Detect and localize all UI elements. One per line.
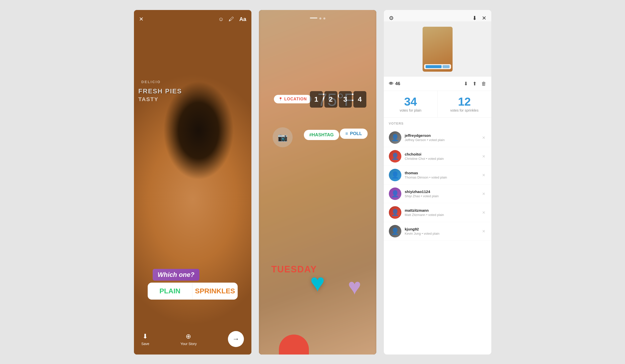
- eye-icon: 👁: [389, 81, 393, 86]
- voter-avatar-5: 👤: [389, 206, 401, 219]
- voter-detail-6: Kevin Jung • voted plain: [405, 232, 481, 235]
- voters-title: VOTERS: [384, 122, 491, 128]
- voter-detail-2: Christine Choi • voted plain: [405, 157, 481, 161]
- download-circle-icon[interactable]: ⬇: [472, 15, 477, 21]
- voter-username-6[interactable]: kjung92: [405, 227, 481, 231]
- voter-row-6: 👤 kjung92 Kevin Jung • voted plain ✕: [384, 222, 491, 241]
- voter-info-2: chchoitoi Christine Choi • voted plain: [405, 152, 481, 161]
- progress-dots: [310, 17, 325, 19]
- voter-info-6: kjung92 Kevin Jung • voted plain: [405, 227, 481, 235]
- views-number: 46: [395, 81, 400, 86]
- story-thumbnail[interactable]: [423, 27, 453, 72]
- vote-col-sprinkles: 12 votes for sprinkles: [438, 91, 491, 117]
- voter-avatar-6: 👤: [389, 225, 401, 237]
- timer-digit-2: 2: [324, 91, 337, 108]
- poll-question: Which one?: [153, 269, 199, 281]
- voter-username-4[interactable]: shiyizhao1124: [405, 189, 481, 194]
- location-pin-icon: 📍: [278, 97, 283, 101]
- hashtag-sticker[interactable]: #HASHTAG: [304, 130, 339, 140]
- avatar-silhouette-6: 👤: [389, 225, 401, 237]
- your-story-label: Your Story: [180, 342, 197, 346]
- voter-username-5[interactable]: mattzitzmann: [405, 208, 481, 212]
- voter-close-3[interactable]: ✕: [481, 172, 486, 179]
- close-insights-icon[interactable]: ✕: [482, 15, 486, 21]
- avatar-silhouette-4: 👤: [389, 187, 401, 200]
- camera-sticker-button[interactable]: 📷: [273, 127, 293, 147]
- download-action-icon[interactable]: ⬇: [464, 81, 468, 87]
- story-person-photo: [134, 10, 251, 355]
- voter-close-5[interactable]: ✕: [481, 209, 486, 216]
- dot-line: [310, 17, 317, 18]
- voter-row-1: 👤 jeffreydgerson Jeffrey Gerson • voted …: [384, 128, 491, 147]
- poll-option-sprinkles[interactable]: SPRINKLES: [192, 283, 237, 300]
- thumb-bar-sprinkles: [443, 65, 450, 68]
- voter-close-4[interactable]: ✕: [481, 190, 486, 197]
- voter-row-4: 👤 shiyizhao1124 Shiyi Zhao • voted plain…: [384, 184, 491, 203]
- save-label: Save: [141, 342, 149, 346]
- face-sticker-icon[interactable]: ☺: [218, 16, 224, 22]
- views-count: 👁 46: [389, 81, 400, 86]
- story-toolbar: ✕ ☺ 🖊 Aa: [134, 16, 251, 22]
- poll-option-plain[interactable]: PLAIN: [148, 283, 193, 300]
- settings-gear-icon[interactable]: ⚙: [389, 15, 394, 21]
- voter-username-3[interactable]: thomas: [405, 171, 481, 175]
- your-story-action[interactable]: ⊕ Your Story: [180, 333, 197, 346]
- timer-digit-4: 4: [353, 91, 366, 108]
- location-sticker[interactable]: 📍 LOCATION: [274, 95, 311, 103]
- location-sticker-text: LOCATION: [284, 97, 307, 101]
- timer-digit-1: 1: [310, 91, 323, 108]
- store-sign-delicio: DELICIO: [141, 80, 161, 84]
- thumb-inner: [423, 27, 453, 72]
- save-icon: ⬇: [142, 333, 148, 340]
- voter-close-6[interactable]: ✕: [481, 228, 486, 235]
- voter-info-5: mattzitzmann Matt Zitzmann • voted plain: [405, 208, 481, 217]
- voter-info-4: shiyizhao1124 Shiyi Zhao • voted plain: [405, 189, 481, 198]
- insights-header: ⚙ ⬇ ✕: [384, 10, 491, 22]
- vote-col-plain: 34 votes for plain: [384, 91, 438, 117]
- voter-row-3: 👤 thomas Thomas Dimson • voted plain ✕: [384, 166, 491, 184]
- cyan-heart-sticker[interactable]: ♥: [310, 268, 325, 297]
- voter-avatar-4: 👤: [389, 187, 401, 200]
- voter-avatar-3: 👤: [389, 169, 401, 181]
- header-action-icons: ⬇ ✕: [472, 15, 486, 21]
- dot-circle-1: [319, 17, 321, 19]
- poll-options: PLAIN SPRINKLES: [148, 283, 238, 300]
- voter-avatar-2: 👤: [389, 150, 401, 163]
- avatar-silhouette-3: 👤: [389, 169, 401, 181]
- poll-sticker: Which one? PLAIN SPRINKLES: [148, 269, 238, 300]
- sticker-overlay: [259, 10, 376, 355]
- thumb-poll-bar: [424, 64, 451, 69]
- action-icons: ⬇ ⬆ 🗑: [464, 81, 486, 87]
- add-story-icon: ⊕: [186, 333, 191, 340]
- brush-icon[interactable]: 🖊: [229, 16, 234, 22]
- vote-counts: 34 votes for plain 12 votes for sprinkle…: [384, 91, 491, 118]
- story-thumbnail-area: [384, 22, 491, 77]
- send-button[interactable]: →: [228, 331, 244, 347]
- purple-heart-sticker[interactable]: ♥: [348, 274, 361, 300]
- close-icon[interactable]: ✕: [139, 16, 143, 22]
- save-action[interactable]: ⬇ Save: [141, 333, 149, 346]
- voter-row-5: 👤 mattzitzmann Matt Zitzmann • voted pla…: [384, 203, 491, 222]
- thumb-bar-plain: [426, 65, 442, 68]
- timer-sticker[interactable]: 1 2 3 4: [310, 91, 366, 108]
- poll-sticker-button[interactable]: ≡ POLL: [340, 129, 368, 139]
- voter-detail-1: Jeffrey Gerson • voted plain: [405, 138, 481, 142]
- sprinkles-vote-label: votes for sprinkles: [440, 108, 489, 112]
- voter-close-1[interactable]: ✕: [481, 134, 486, 141]
- voter-username-2[interactable]: chchoitoi: [405, 152, 481, 156]
- timer-digit-3: 3: [339, 91, 352, 108]
- plain-vote-number: 34: [386, 96, 435, 107]
- plain-vote-label: votes for plain: [386, 108, 435, 112]
- voters-section: VOTERS 👤 jeffreydgerson Jeffrey Gerson •…: [384, 118, 491, 355]
- text-tool-button[interactable]: Aa: [239, 16, 246, 22]
- poll-lines-icon: ≡: [345, 131, 348, 136]
- voter-detail-4: Shiyi Zhao • voted plain: [405, 194, 481, 198]
- delete-action-icon[interactable]: 🗑: [481, 81, 486, 87]
- voter-close-2[interactable]: ✕: [481, 153, 486, 160]
- panel-sticker-picker: 📍 LOCATION 75°F 1 2 3 4 📷 #HASHTAG ≡ POL…: [259, 10, 376, 355]
- voter-username-1[interactable]: jeffreydgerson: [405, 133, 481, 138]
- voter-row-2: 👤 chchoitoi Christine Choi • voted plain…: [384, 147, 491, 166]
- poll-sticker-label: POLL: [350, 131, 362, 136]
- share-action-icon[interactable]: ⬆: [473, 81, 477, 87]
- store-sign-fresh-pies: FRESH PIES: [138, 87, 182, 95]
